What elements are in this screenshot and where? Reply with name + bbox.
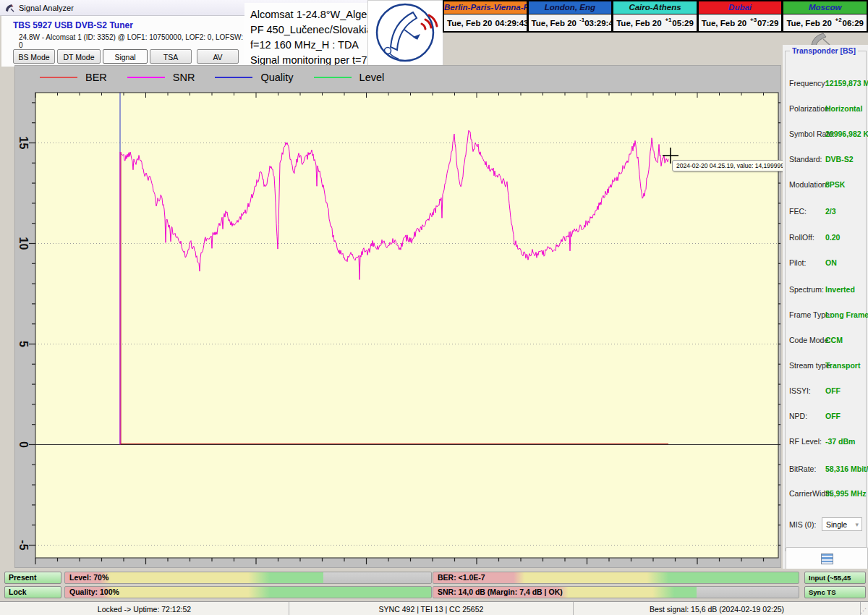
mis-dropdown[interactable]: Single▾ <box>822 517 862 531</box>
clock-time: 06:29 <box>843 19 864 27</box>
status-badge-present: Present <box>4 572 61 584</box>
annotation-line: Alcomsat 1-24.8°W_Algeria <box>250 7 369 22</box>
tp-label: NPD: <box>789 412 807 420</box>
clock-moscow: MoscowTue, Feb 20+206:29 <box>783 0 868 33</box>
clock-date: Tue, Feb 20 <box>447 19 492 27</box>
annotation-line: PF 450_Lučenec/Slovakia <box>250 22 369 38</box>
tp-label: RF Level: <box>789 437 822 446</box>
tp-value: 58,316 Mbit/s <box>825 465 868 473</box>
satellite-mini-icon <box>807 30 832 46</box>
statusbar-section-2: Best signal: 15,6 dB (2024-02-19 02:25) <box>574 602 861 615</box>
signal-analyzer-window: { "window": { "title": "Signal Analyzer"… <box>0 0 868 615</box>
svg-text:15: 15 <box>17 137 30 150</box>
tp-value: 8PSK <box>825 180 845 189</box>
clock-utc-offset: +3 <box>749 17 757 23</box>
clock-utc-offset: +1 <box>665 17 673 23</box>
transponder-groupbox: Transponder [BS] Frequency:12159,873 MHz… <box>785 51 867 551</box>
clock-time: 05:29 <box>672 19 693 27</box>
tp-label: Pilot: <box>789 258 806 267</box>
tp-value: ON <box>825 258 837 267</box>
tp-label: Modulation: <box>789 180 828 189</box>
tp-label: Standard: <box>789 155 822 164</box>
tp-value: OFF <box>825 386 841 395</box>
tp-label: Spectrum: <box>789 285 824 294</box>
tp-value: CCM <box>825 336 843 344</box>
resize-grip[interactable]: ⋰ <box>861 602 868 615</box>
meter-empty-region <box>697 587 799 598</box>
statusbar-section-1: SYNC 492 | TEI 13 | CC 25652 <box>289 602 574 615</box>
clock-time: 04:29:43 <box>495 19 528 27</box>
clock-london-eng: London, EngTue, Feb 20-103:29:43 <box>528 0 613 33</box>
tp-value: Horizontal <box>825 104 862 113</box>
tp-value: Long Frame <box>825 310 868 319</box>
chevron-down-icon: ▾ <box>855 521 859 528</box>
app-satellite-icon <box>4 3 14 13</box>
stream-list-button[interactable] <box>786 547 868 570</box>
transponder-panel: Transponder [BS] Frequency:12159,873 MHz… <box>783 45 868 570</box>
tp-label: BitRate: <box>789 465 816 473</box>
meter-quality: Quality: 100% <box>64 586 432 598</box>
tp-label: FEC: <box>789 207 807 216</box>
tab-tsa-ok-[interactable]: TSA (OK) <box>150 49 192 64</box>
clock-berlin-paris-vienna-roma: Berlin-Paris-Vienna-RomaTue, Feb 2004:29… <box>443 0 528 33</box>
world-clocks: Berlin-Paris-Vienna-RomaTue, Feb 2004:29… <box>443 0 868 33</box>
clock-utc-offset: -1 <box>579 17 584 23</box>
mis-label: MIS (0): <box>789 520 816 529</box>
snr-chart-plot[interactable]: -5051015 <box>15 66 780 567</box>
tab-signal-mon-[interactable]: Signal Mon. <box>103 49 148 64</box>
window-title: Signal Analyzer <box>19 4 74 12</box>
signal-meters: PresentLevel: 70%BER: <1.0E-7Input (~55,… <box>0 569 868 602</box>
clock-cairo-athens: Cairo-AthensTue, Feb 20+105:29 <box>613 0 698 33</box>
mis-value: Single <box>826 520 847 529</box>
clock-city: Berlin-Paris-Vienna-Roma <box>444 1 527 14</box>
meter-label: Quality: 100% <box>69 587 119 598</box>
tp-label: RollOff: <box>789 233 814 242</box>
meter-level: Level: 70% <box>64 572 432 584</box>
signal-chart-surface: BERSNRQualityLevel -5051015 2024-02-20 0… <box>14 65 781 568</box>
clock-time: 07:29 <box>757 19 778 27</box>
tp-label: Frequency: <box>789 79 827 88</box>
tp-value: 12159,873 MHz <box>825 79 868 88</box>
statusbar-section-0: Locked -> Uptime: 72:12:52 <box>0 602 289 615</box>
status-bar: Locked -> Uptime: 72:12:52SYNC 492 | TEI… <box>0 601 868 615</box>
clock-city: Moscow <box>783 1 867 14</box>
tp-label: Code Mode: <box>789 336 830 344</box>
annotation-line: f=12 160 MHz_H : TDA <box>250 38 369 53</box>
tp-value: 2/3 <box>825 207 836 216</box>
tp-value: -37 dBm <box>825 437 855 446</box>
monitoring-annotation: Alcomsat 1-24.8°W_AlgeriaPF 450_Lučenec/… <box>244 3 369 67</box>
tp-value: Inverted <box>825 285 855 294</box>
tp-label: ISSYI: <box>789 386 811 395</box>
clock-time-row: Tue, Feb 20+206:29 <box>783 14 867 31</box>
stream-list-icon <box>821 554 833 564</box>
clock-city: Dubai <box>699 1 782 14</box>
clock-date: Tue, Feb 20 <box>786 19 831 27</box>
clock-date: Tue, Feb 20 <box>532 19 576 27</box>
tp-value: OFF <box>825 412 841 420</box>
svg-text:10: 10 <box>17 237 30 250</box>
svg-text:5: 5 <box>17 341 30 347</box>
meter-ber: BER: <1.0E-7 <box>433 572 799 584</box>
status-badge-sync-ts: Sync TS <box>804 586 866 598</box>
clock-city: London, Eng <box>529 1 612 14</box>
tp-value: Transport <box>825 361 860 370</box>
tab-dt-mode[interactable]: DT Mode <box>57 49 101 64</box>
status-badge-lock: Lock <box>4 586 61 598</box>
tuner-title: TBS 5927 USB DVB-S2 Tuner <box>13 20 133 30</box>
meter-empty-region <box>323 572 431 583</box>
meter-label: SNR: 14,0 dB (Margin: 7,4 dB | OK) <box>438 587 563 598</box>
clock-date: Tue, Feb 20 <box>702 19 746 27</box>
clock-utc-offset: +2 <box>835 17 843 23</box>
svg-text:0: 0 <box>17 441 30 448</box>
tab-av-player[interactable]: AV Player <box>197 49 239 64</box>
clock-city: Cairo-Athens <box>613 1 697 14</box>
clock-time-row: Tue, Feb 20+307:29 <box>699 14 782 31</box>
tab-bs-mode[interactable]: BS Mode <box>13 49 55 64</box>
tp-value: 0.20 <box>825 233 840 242</box>
status-badge-input-55-45-mbps-: Input (~55,45 Mbps) <box>804 572 866 584</box>
tp-value: 29996,982 KS/s <box>825 130 868 138</box>
meter-snr: SNR: 14,0 dB (Margin: 7,4 dB | OK) <box>433 586 799 598</box>
clock-dubai: DubaiTue, Feb 20+307:29 <box>698 0 783 33</box>
clock-date: Tue, Feb 20 <box>616 19 661 27</box>
transponder-title: Transponder [BS] <box>790 46 858 55</box>
